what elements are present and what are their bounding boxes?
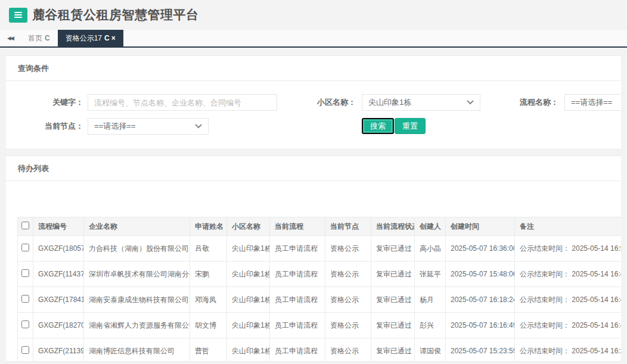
cell-current-process: 员工申请流程	[270, 338, 325, 362]
tab-qualification-publicity[interactable]: 资格公示17 C ×	[58, 30, 123, 46]
tab-label: 首页	[28, 33, 42, 43]
selected-value: ==请选择==	[571, 97, 612, 108]
selected-value: 尖山印象1栋	[368, 97, 411, 108]
table-row[interactable]: GXGZF(18270)湖南省湘辉人力资源服务有限公司胡文博尖山印象1栋员工申请…	[18, 313, 622, 338]
cell-create-time: 2025-05-07 16:16:49	[446, 313, 515, 338]
current-node-label: 当前节点：	[6, 118, 83, 135]
hamburger-icon	[14, 14, 22, 15]
main-content: 查询条件 关键字： 小区名称： 尖山印象1栋 流程名称： ==请选择== 当前节…	[0, 48, 627, 362]
cell-current-node: 资格公示	[325, 313, 371, 338]
cell-remark: 公示结束时间： 2025-05-14 16:40:47	[515, 313, 622, 338]
col-header-create-time: 创建时间	[446, 217, 515, 236]
cell-creator: 高小晶	[415, 236, 446, 262]
query-panel-title: 查询条件	[6, 56, 621, 81]
cell-process-no: GXGZF(21139)	[33, 338, 84, 362]
cell-company-name: 湖南博匠信息科技有限公司	[84, 338, 190, 362]
cell-company-name: 湖南安泰康成生物科技有限公司	[84, 287, 190, 313]
cell-company-name: 湖南省湘辉人力资源服务有限公司	[84, 313, 190, 338]
cell-create-time: 2025-05-07 16:18:24	[446, 287, 515, 313]
cell-process-no: GXGZF(11437)	[33, 262, 84, 287]
cell-process-no: GXGZF(18270)	[33, 313, 84, 338]
cell-creator: 彭兴	[415, 313, 446, 338]
cell-applicant-name: 胡文博	[190, 313, 227, 338]
cell-creator: 谭国俊	[415, 338, 446, 362]
table-row[interactable]: GXGZF(18057)力合科技（湖南）股份有限公司吕敬尖山印象1栋员工申请流程…	[18, 236, 622, 262]
cell-process-status: 复审已通过	[371, 262, 415, 287]
table-row[interactable]: GXGZF(11437)深圳市卓帆技术有限公司湖南分公司宋鹏尖山印象1栋员工申请…	[18, 262, 622, 287]
todo-panel-title: 待办列表	[6, 156, 621, 181]
cell-process-status: 复审已通过	[371, 236, 415, 262]
hamburger-icon	[14, 17, 22, 18]
cell-applicant-name: 邓海凤	[190, 287, 227, 313]
cell-applicant-name: 宋鹏	[190, 262, 227, 287]
refresh-icon[interactable]: C	[45, 34, 50, 42]
select-all-cell	[18, 217, 33, 236]
cell-creator: 张延平	[415, 262, 446, 287]
row-checkbox[interactable]	[21, 269, 29, 277]
cell-applicant-name: 曹哲	[190, 338, 227, 362]
col-header-current-node: 当前节点	[325, 217, 371, 236]
col-header-current-process: 当前流程	[270, 217, 325, 236]
cell-current-process: 员工申请流程	[270, 287, 325, 313]
cell-remark: 公示结束时间： 2025-05-14 16:40:55	[515, 287, 622, 313]
cell-current-process: 员工申请流程	[270, 262, 325, 287]
cell-process-status: 复审已通过	[371, 287, 415, 313]
table-row[interactable]: GXGZF(17841)湖南安泰康成生物科技有限公司邓海凤尖山印象1栋员工申请流…	[18, 287, 622, 313]
tabs-scroll-left-button[interactable]: ◀◀	[0, 30, 20, 46]
current-node-select[interactable]: ==请选择==	[88, 118, 209, 135]
col-header-community-name: 小区名称	[227, 217, 270, 236]
col-header-creator: 创建人	[415, 217, 446, 236]
row-select-cell	[18, 287, 33, 313]
select-all-checkbox[interactable]	[21, 222, 29, 229]
cell-create-time: 2025-05-07 15:48:06	[446, 262, 515, 287]
col-header-process-no: 流程编号	[33, 217, 84, 236]
cell-process-status: 复审已通过	[371, 313, 415, 338]
process-name-label: 流程名称：	[498, 94, 558, 111]
tab-label: 资格公示17	[66, 33, 102, 43]
reset-button[interactable]: 重置	[395, 118, 426, 134]
table-header-row: 流程编号企业名称申请姓名小区名称当前流程当前节点当前流程状态创建人创建时间备注	[18, 217, 622, 236]
cell-creator: 杨月	[415, 287, 446, 313]
row-select-cell	[18, 338, 33, 362]
col-header-applicant-name: 申请姓名	[190, 217, 227, 236]
cell-create-time: 2025-05-07 16:36:00	[446, 236, 515, 262]
todo-table: 流程编号企业名称申请姓名小区名称当前流程当前节点当前流程状态创建人创建时间备注 …	[17, 217, 621, 362]
tab-home[interactable]: 首页 C	[20, 30, 58, 46]
cell-remark: 公示结束时间： 2025-05-14 16:24:45	[515, 338, 622, 362]
chevron-down-icon	[195, 124, 202, 129]
cell-current-process: 员工申请流程	[270, 236, 325, 262]
keyword-input[interactable]	[88, 94, 277, 111]
search-button[interactable]: 搜索	[362, 118, 394, 134]
community-name-select[interactable]: 尖山印象1栋	[362, 94, 480, 111]
cell-remark: 公示结束时间： 2025-05-14 16:41:03	[515, 262, 622, 287]
todo-table-wrapper: 流程编号企业名称申请姓名小区名称当前流程当前节点当前流程状态创建人创建时间备注 …	[6, 181, 621, 362]
row-checkbox[interactable]	[21, 321, 29, 328]
tab-bar: ◀◀ 首页 C 资格公示17 C ×	[0, 30, 627, 48]
cell-current-node: 资格公示	[325, 338, 371, 362]
refresh-icon[interactable]: C	[104, 34, 110, 42]
app-header: 麓谷租赁公租房智慧管理平台	[0, 0, 627, 30]
cell-community-name: 尖山印象1栋	[227, 262, 270, 287]
cell-remark: 公示结束时间： 2025-05-14 16:52:17	[515, 236, 622, 262]
cell-process-status: 复审已通过	[371, 338, 415, 362]
cell-current-node: 资格公示	[325, 287, 371, 313]
cell-community-name: 尖山印象1栋	[227, 338, 270, 362]
row-checkbox[interactable]	[21, 346, 29, 354]
cell-current-node: 资格公示	[325, 262, 371, 287]
sidebar-toggle-button[interactable]	[9, 8, 27, 23]
hamburger-icon	[14, 12, 22, 13]
row-checkbox[interactable]	[21, 295, 29, 303]
cell-current-process: 员工申请流程	[270, 313, 325, 338]
cell-community-name: 尖山印象1栋	[227, 236, 270, 262]
query-form: 关键字： 小区名称： 尖山印象1栋 流程名称： ==请选择== 当前节点： ==…	[6, 81, 621, 149]
cell-company-name: 力合科技（湖南）股份有限公司	[84, 236, 190, 262]
cell-company-name: 深圳市卓帆技术有限公司湖南分公司	[84, 262, 190, 287]
selected-value: ==请选择==	[94, 121, 135, 132]
close-icon[interactable]: ×	[111, 34, 116, 42]
table-row[interactable]: GXGZF(21139)湖南博匠信息科技有限公司曹哲尖山印象1栋员工申请流程资格…	[18, 338, 622, 362]
page-title: 麓谷租赁公租房智慧管理平台	[32, 7, 199, 23]
double-chevron-left-icon: ◀◀	[7, 35, 13, 41]
process-name-select[interactable]: ==请选择==	[564, 94, 621, 111]
row-checkbox[interactable]	[21, 244, 29, 251]
cell-create-time: 2025-05-07 15:23:59	[446, 338, 515, 362]
